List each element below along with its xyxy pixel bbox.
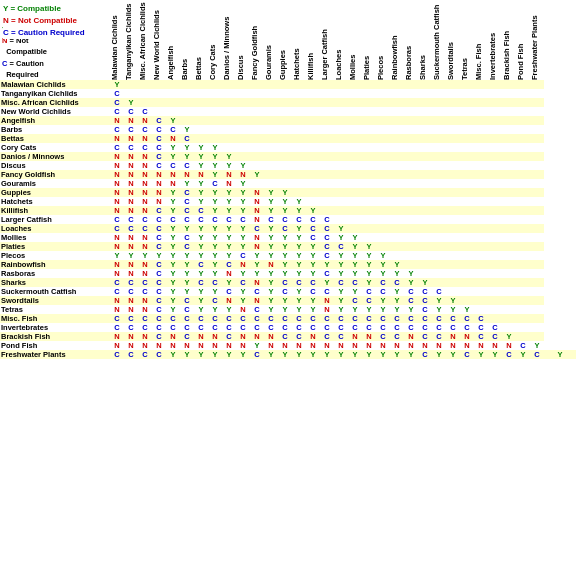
cell-27-19: C <box>376 323 390 332</box>
cell-2-28 <box>502 98 516 107</box>
cell-19-7: Y <box>208 251 222 260</box>
cell-24-0: N <box>110 296 124 305</box>
cell-7-25 <box>460 143 474 152</box>
cell-10-11 <box>264 170 278 179</box>
cell-14-16 <box>334 206 348 215</box>
cell-13-21 <box>404 197 418 206</box>
col-header-23: Suckermouth Catfish <box>432 0 446 80</box>
cell-13-16 <box>334 197 348 206</box>
cell-23-9: Y <box>236 287 250 296</box>
cell-1-12 <box>278 89 292 98</box>
row-header-20: Rainbowfish <box>0 260 110 269</box>
cell-21-13: Y <box>292 269 306 278</box>
cell-22-27 <box>488 278 502 287</box>
cell-15-12: C <box>278 215 292 224</box>
cell-18-26 <box>474 242 488 251</box>
cell-3-3 <box>152 107 166 116</box>
cell-0-17 <box>348 80 362 89</box>
cell-28-5: C <box>180 332 194 341</box>
row-header-5: Barbs <box>0 125 110 134</box>
cell-15-22 <box>418 215 432 224</box>
table-row: Suckermouth CatfishCCCCYYYYCYCYCYCCYYCCY… <box>0 287 576 296</box>
cell-22-28 <box>502 278 516 287</box>
cell-11-22 <box>418 179 432 188</box>
cell-17-11: Y <box>264 233 278 242</box>
cell-17-5: C <box>180 233 194 242</box>
cell-12-6: Y <box>194 188 208 197</box>
cell-4-16 <box>334 116 348 125</box>
cell-7-19 <box>376 143 390 152</box>
cell-15-8: C <box>222 215 236 224</box>
cell-20-24 <box>446 260 460 269</box>
cell-16-26 <box>474 224 488 233</box>
cell-2-9 <box>236 98 250 107</box>
cell-6-11 <box>264 134 278 143</box>
cell-13-13: Y <box>292 197 306 206</box>
row-header-16: Loaches <box>0 224 110 233</box>
cell-29-15: N <box>320 341 334 350</box>
cell-16-23 <box>432 224 446 233</box>
col-header-13: Hatchets <box>292 0 306 80</box>
cell-14-27 <box>488 206 502 215</box>
cell-13-14 <box>306 197 320 206</box>
cell-25-0: N <box>110 305 124 314</box>
cell-9-2: N <box>138 161 152 170</box>
cell-15-1: C <box>124 215 138 224</box>
cell-16-14: C <box>306 224 320 233</box>
cell-0-18 <box>362 80 376 89</box>
cell-12-29 <box>516 188 530 197</box>
cell-12-10: N <box>250 188 264 197</box>
cell-25-17: Y <box>348 305 362 314</box>
cell-24-4: Y <box>166 296 180 305</box>
cell-16-4: Y <box>166 224 180 233</box>
cell-20-3: C <box>152 260 166 269</box>
cell-30-31: Y <box>544 350 576 359</box>
cell-19-18: Y <box>362 251 376 260</box>
cell-19-14: Y <box>306 251 320 260</box>
cell-3-21 <box>404 107 418 116</box>
cell-26-6: C <box>194 314 208 323</box>
cell-4-18 <box>362 116 376 125</box>
cell-13-27 <box>488 197 502 206</box>
cell-28-22: C <box>418 332 432 341</box>
cell-27-30 <box>530 323 544 332</box>
cell-7-3: C <box>152 143 166 152</box>
cell-7-24 <box>446 143 460 152</box>
cell-21-12: Y <box>278 269 292 278</box>
cell-25-8: Y <box>222 305 236 314</box>
cell-26-29 <box>516 314 530 323</box>
cell-14-9: Y <box>236 206 250 215</box>
cell-27-15: C <box>320 323 334 332</box>
cell-29-13: N <box>292 341 306 350</box>
cell-20-8: C <box>222 260 236 269</box>
col-header-8: Danios / Minnows <box>222 0 236 80</box>
cell-28-1: N <box>124 332 138 341</box>
cell-8-14 <box>306 152 320 161</box>
cell-20-7: Y <box>208 260 222 269</box>
cell-29-0: N <box>110 341 124 350</box>
cell-12-14 <box>306 188 320 197</box>
table-row: Misc. African CichlidsCY <box>0 98 576 107</box>
cell-0-15 <box>320 80 334 89</box>
cell-24-15: N <box>320 296 334 305</box>
cell-20-18: Y <box>362 260 376 269</box>
cell-4-8 <box>222 116 236 125</box>
cell-17-12: Y <box>278 233 292 242</box>
cell-0-24 <box>446 80 460 89</box>
cell-10-18 <box>362 170 376 179</box>
cell-22-14: C <box>306 278 320 287</box>
cell-2-4 <box>166 98 180 107</box>
cell-17-1: N <box>124 233 138 242</box>
cell-11-1: N <box>124 179 138 188</box>
cell-14-17 <box>348 206 362 215</box>
cell-29-8: N <box>222 341 236 350</box>
cell-22-17: C <box>348 278 362 287</box>
cell-5-2: C <box>138 125 152 134</box>
cell-0-20 <box>390 80 404 89</box>
cell-5-15 <box>320 125 334 134</box>
cell-27-17: C <box>348 323 362 332</box>
cell-12-28 <box>502 188 516 197</box>
cell-8-17 <box>348 152 362 161</box>
cell-8-6: Y <box>194 152 208 161</box>
cell-10-12 <box>278 170 292 179</box>
